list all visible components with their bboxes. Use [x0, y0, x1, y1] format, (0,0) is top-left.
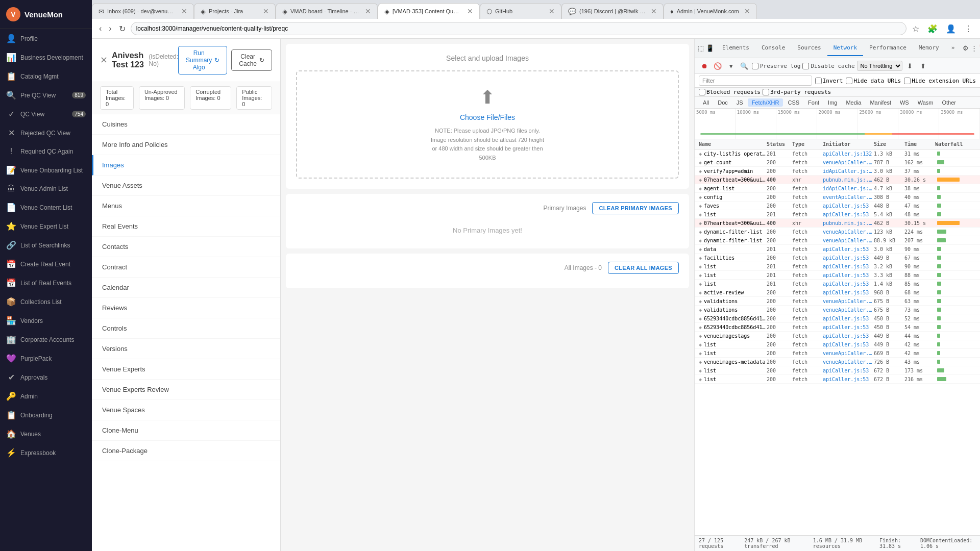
disable-cache-input[interactable]: [802, 63, 809, 69]
network-row[interactable]: ◈ faves 200 fetch apiCaller.js:53 448 B …: [695, 202, 980, 210]
upload-dropzone[interactable]: ⬆ Choose File/Files NOTE: Please upload …: [296, 70, 679, 179]
network-row[interactable]: ◈ active-review 200 fetch apiCaller.js:5…: [695, 288, 980, 297]
clear-button[interactable]: 🚫: [712, 60, 723, 71]
import-button[interactable]: ⬇: [904, 60, 916, 71]
sidebar-item-business-dev[interactable]: 📊Business Development: [0, 48, 92, 67]
sidebar-item-profile[interactable]: 👤Profile: [0, 29, 92, 48]
sidebar-item-vendors[interactable]: 🏪Vendors: [0, 311, 92, 330]
devtools-tab-console[interactable]: Console: [755, 40, 791, 56]
tab-close-tab-admin[interactable]: ✕: [744, 7, 750, 15]
network-row[interactable]: ◈ agent-list 200 fetch idApiCaller.js:13…: [695, 184, 980, 193]
back-button[interactable]: ‹: [97, 23, 104, 34]
browser-tab-tab-github[interactable]: ⬡GitHub✕: [480, 3, 561, 19]
type-btn-wasm[interactable]: Wasm: [914, 98, 938, 107]
sidebar-item-purple-pack[interactable]: 💜PurplePack: [0, 349, 92, 368]
browser-tab-tab-gmail[interactable]: ✉Inbox (609) - dev@venuemo...✕: [92, 3, 194, 19]
address-bar[interactable]: [131, 22, 906, 35]
venue-menu-item-real-events[interactable]: Real Events: [92, 216, 280, 237]
venue-menu-item-calendar[interactable]: Calendar: [92, 278, 280, 298]
type-btn-media[interactable]: Media: [842, 98, 865, 107]
network-row[interactable]: ◈ venueimages-metadata 200 fetch venueAp…: [695, 358, 980, 366]
type-btn-other[interactable]: Other: [938, 98, 960, 107]
sidebar-item-expressbook[interactable]: ⚡Expressbook: [0, 443, 92, 462]
clear-cache-button[interactable]: Clear Cache ↻: [231, 49, 272, 71]
venue-menu-item-venue-spaces[interactable]: Venue Spaces: [92, 400, 280, 420]
venue-menu-item-reviews[interactable]: Reviews: [92, 298, 280, 318]
network-row[interactable]: ◈ list 201 fetch apiCaller.js:53 3.3 kB …: [695, 271, 980, 280]
venue-menu-item-venue-assets[interactable]: Venue Assets: [92, 176, 280, 196]
sidebar-item-venues[interactable]: 🏠Venues: [0, 424, 92, 443]
type-btn-img[interactable]: Img: [824, 98, 841, 107]
venue-menu-item-clone-menu[interactable]: Clone-Menu: [92, 420, 280, 441]
tab-close-tab-jira2[interactable]: ✕: [365, 7, 371, 15]
network-row[interactable]: ◈ venueimagestags 200 fetch apiCaller.js…: [695, 332, 980, 340]
devtools-tab-network[interactable]: Network: [827, 40, 863, 56]
network-row[interactable]: ◈ validations 200 fetch venueApiCaller..…: [695, 297, 980, 306]
sidebar-item-required-qc[interactable]: !Required QC Again: [0, 142, 92, 161]
sidebar-item-venue-onboarding[interactable]: 📝Venue Onboarding List: [0, 161, 92, 180]
network-row[interactable]: ◈ list 200 fetch apiCaller.js:53 449 B 4…: [695, 340, 980, 349]
sidebar-item-admin[interactable]: 🔑Admin: [0, 387, 92, 406]
venue-menu-item-images[interactable]: Images: [92, 155, 280, 176]
throttling-select[interactable]: No Throttling: [857, 61, 902, 71]
network-row[interactable]: ◈ 07heartbeat=300&uuid=pn-a4... 400 xhr …: [695, 176, 980, 184]
network-row[interactable]: ◈ 65293440cdbc8856d4119f78 200 fetch api…: [695, 323, 980, 332]
preserve-log-input[interactable]: [752, 63, 758, 69]
network-row[interactable]: ◈ dynamic-filter-list 200 fetch venueApi…: [695, 228, 980, 236]
filter-icon[interactable]: ▾: [725, 60, 737, 71]
sidebar-item-qc-view[interactable]: ✓QC View754: [0, 105, 92, 123]
third-party-checkbox[interactable]: 3rd-party requests: [763, 89, 831, 95]
sidebar-item-venue-expert-list[interactable]: ⭐Venue Expert List: [0, 217, 92, 236]
extensions-button[interactable]: 🧩: [925, 23, 940, 35]
browser-tab-tab-jira1[interactable]: ◈Projects - Jira✕: [194, 3, 276, 19]
venue-menu-item-versions[interactable]: Versions: [92, 339, 280, 359]
sidebar-item-list-real-events[interactable]: 📅List of Real Events: [0, 273, 92, 292]
type-btn-js[interactable]: JS: [732, 98, 747, 107]
run-summary-button[interactable]: Run Summary Algo ↻: [178, 46, 227, 74]
forward-button[interactable]: ›: [107, 23, 113, 34]
venue-menu-item-clone-package[interactable]: Clone-Package: [92, 441, 280, 461]
browser-tab-tab-discord[interactable]: 💬(196) Discord | @Ritwik Saho...✕: [561, 3, 664, 19]
network-row[interactable]: ◈ config 200 fetch eventApiCaller.... 30…: [695, 193, 980, 202]
browser-tab-tab-jira2[interactable]: ◈VMAD board - Timeline - Jira✕: [276, 3, 378, 19]
venue-menu-item-venue-experts-review[interactable]: Venue Experts Review: [92, 380, 280, 400]
network-row[interactable]: ◈ list 200 fetch apiCaller.js:53 672 B 2…: [695, 375, 980, 384]
venue-menu-item-controls[interactable]: Controls: [92, 318, 280, 339]
sidebar-item-collections-list[interactable]: 📦Collections List: [0, 292, 92, 311]
invert-checkbox[interactable]: Invert: [815, 78, 843, 84]
tab-close-tab-gmail[interactable]: ✕: [181, 7, 187, 15]
blocked-requests-checkbox[interactable]: Blocked requests: [699, 89, 761, 95]
choose-files-label[interactable]: Choose File/Files: [460, 113, 515, 121]
sidebar-item-onboarding[interactable]: 📋Onboarding: [0, 406, 92, 424]
network-row[interactable]: ◈ data 201 fetch apiCaller.js:53 3.0 kB …: [695, 245, 980, 254]
close-button[interactable]: ✕: [100, 55, 108, 66]
sidebar-item-corporate-accounts[interactable]: 🏢Corporate Accounts: [0, 330, 92, 349]
menu-button[interactable]: ⋮: [962, 23, 975, 35]
tab-close-tab-github[interactable]: ✕: [549, 7, 555, 15]
network-row[interactable]: ◈ facilities 200 fetch apiCaller.js:53 4…: [695, 254, 980, 262]
sidebar-item-rejected-qc[interactable]: ✕Rejected QC View: [0, 123, 92, 142]
devtools-tab-performance[interactable]: Performance: [863, 40, 913, 56]
browser-tab-tab-admin[interactable]: ♦Admin | VenueMonk.com✕: [664, 3, 757, 19]
disable-cache-checkbox[interactable]: Disable cache: [802, 63, 854, 69]
inspect-icon[interactable]: ⬚: [698, 43, 704, 54]
network-row[interactable]: ◈ verify?app=admin 200 fetch idApiCaller…: [695, 167, 980, 176]
network-row[interactable]: ◈ city-list?is_operational=true 201 fetc…: [695, 149, 980, 158]
profile-button[interactable]: 👤: [943, 23, 959, 35]
network-row[interactable]: ◈ dynamic-filter-list 200 fetch venueApi…: [695, 236, 980, 245]
network-row[interactable]: ◈ list 201 fetch apiCaller.js:53 1.4 kB …: [695, 280, 980, 288]
hide-data-urls-checkbox[interactable]: Hide data URLs: [846, 78, 901, 84]
devtools-tab-sources[interactable]: Sources: [791, 40, 827, 56]
venue-menu-item-venue-experts[interactable]: Venue Experts: [92, 359, 280, 380]
tab-close-tab-discord[interactable]: ✕: [651, 7, 657, 15]
venue-menu-item-contacts[interactable]: Contacts: [92, 237, 280, 257]
network-row[interactable]: ◈ 65293440cdbc8856d4119f78 200 fetch api…: [695, 314, 980, 323]
reload-button[interactable]: ↻: [117, 23, 128, 35]
search-network-button[interactable]: 🔍: [739, 60, 750, 71]
venue-menu-item-contract[interactable]: Contract: [92, 257, 280, 278]
sidebar-item-create-real-event[interactable]: 📅Create Real Event: [0, 255, 92, 273]
device-icon[interactable]: 📱: [706, 43, 714, 54]
type-btn-font[interactable]: Font: [804, 98, 823, 107]
sidebar-item-pre-qc-view[interactable]: 🔍Pre QC View819: [0, 86, 92, 105]
sidebar-item-list-searchlinks[interactable]: 🔗List of Searchlinks: [0, 236, 92, 255]
